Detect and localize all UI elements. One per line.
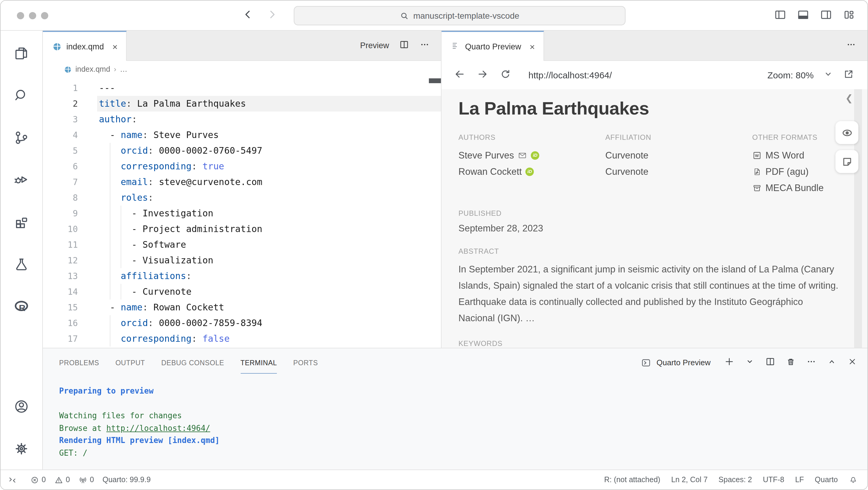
more-actions-icon[interactable]	[419, 39, 430, 52]
code-line[interactable]: 14 - Curvenote	[43, 284, 441, 299]
mail-icon[interactable]	[518, 151, 527, 160]
new-terminal-icon[interactable]	[724, 356, 735, 369]
explorer-icon[interactable]	[13, 32, 30, 74]
toggle-secondary-sidebar-icon[interactable]	[820, 8, 832, 23]
tab-quarto-preview[interactable]: Quarto Preview ×	[441, 31, 544, 61]
terminal-selector[interactable]: Quarto Preview	[641, 357, 711, 368]
affiliation-item: Curvenote	[605, 147, 752, 163]
close-tab-icon[interactable]: ×	[530, 41, 535, 52]
back-icon[interactable]	[454, 68, 466, 82]
zoom-window-icon[interactable]	[41, 12, 48, 19]
testing-icon[interactable]	[13, 243, 30, 285]
traffic-lights[interactable]	[17, 12, 48, 19]
run-debug-icon[interactable]	[13, 159, 30, 201]
indent-guide	[110, 159, 111, 174]
indent-guide	[110, 331, 111, 347]
code-line[interactable]: 8 roles:	[43, 190, 441, 205]
terminal-dropdown-icon[interactable]	[744, 356, 755, 369]
status-r[interactable]: R: (not attached)	[604, 476, 660, 484]
split-editor-icon[interactable]	[399, 39, 409, 52]
refresh-icon[interactable]	[499, 68, 512, 82]
more-actions-icon[interactable]	[806, 356, 817, 369]
status-ln-2-col-7[interactable]: Ln 2, Col 7	[671, 476, 708, 484]
reader-view-button[interactable]	[835, 121, 858, 144]
panel-tab-output[interactable]: OUTPUT	[116, 348, 145, 377]
code-line[interactable]: 16 orcid: 0000-0002-7859-8394	[43, 315, 441, 331]
close-panel-icon[interactable]	[847, 356, 858, 369]
customize-layout-icon[interactable]	[843, 8, 855, 23]
code-line[interactable]: 10 - Project administration	[43, 221, 441, 237]
orcid-icon[interactable]: iD	[531, 151, 539, 159]
code-line[interactable]: 2title: La Palma Earthquakes	[43, 96, 441, 111]
panel-tab-problems[interactable]: PROBLEMS	[59, 348, 99, 377]
chevron-down-icon[interactable]	[822, 68, 834, 82]
zoom-level[interactable]: Zoom: 80%	[768, 70, 814, 80]
kill-terminal-icon[interactable]	[785, 356, 796, 369]
indent-guide	[110, 205, 111, 221]
code-line[interactable]: 17 corresponding: false	[43, 331, 441, 347]
command-center-search[interactable]: manuscript-template-vscode	[294, 6, 625, 25]
editor-scrollbar-thumb[interactable]	[429, 78, 441, 83]
code-editor[interactable]: 1---2title: La Palma Earthquakes3author:…	[43, 78, 441, 348]
code-line[interactable]: 4 - name: Steve Purves	[43, 127, 441, 143]
toggle-primary-sidebar-icon[interactable]	[774, 8, 786, 23]
source-control-icon[interactable]	[13, 116, 30, 159]
panel-tab-terminal[interactable]: TERMINAL	[240, 348, 277, 377]
orcid-icon[interactable]: iD	[525, 167, 534, 176]
more-actions-icon[interactable]	[846, 39, 857, 52]
status-quarto[interactable]: Quarto	[815, 476, 838, 484]
terminal-output[interactable]: Preparing to preview Watching files for …	[43, 377, 867, 469]
status-remote[interactable]	[8, 475, 17, 484]
preview-group: Quarto Preview × http://localhost:4964/	[441, 31, 867, 348]
code-line[interactable]: 12 - Visualization	[43, 253, 441, 268]
history-back-icon[interactable]	[242, 8, 254, 23]
status-broadcast[interactable]: 0	[79, 475, 94, 484]
code-line[interactable]: 6 corresponding: true	[43, 159, 441, 174]
close-tab-icon[interactable]: ×	[113, 41, 118, 52]
authors-heading: AUTHORS	[459, 133, 605, 142]
history-forward-icon[interactable]	[266, 8, 278, 23]
code-line[interactable]: 15 - name: Rowan Cockett	[43, 299, 441, 315]
notes-button[interactable]	[835, 150, 858, 173]
r-lang-icon[interactable]: R	[13, 285, 30, 327]
terminal-link[interactable]: http://localhost:4964/	[106, 424, 210, 433]
status-utf-8[interactable]: UTF-8	[763, 476, 784, 484]
format-link[interactable]: MECA Bundle	[752, 179, 867, 196]
status-quarto[interactable]: Quarto: 99.9.9	[102, 476, 151, 484]
code-line[interactable]: 11 - Software	[43, 237, 441, 253]
code-line[interactable]: 5 orcid: 0000-0002-0760-5497	[43, 143, 441, 159]
settings-gear-icon[interactable]	[13, 427, 30, 469]
line-number: 7	[43, 174, 78, 190]
breadcrumb-more[interactable]: …	[120, 65, 127, 73]
collapse-chevron-icon[interactable]: ❮	[845, 93, 853, 104]
breadcrumb[interactable]: index.qmd › …	[43, 61, 441, 78]
breadcrumb-file[interactable]: index.qmd	[75, 65, 110, 73]
preview-button[interactable]: Preview	[360, 41, 389, 50]
code-line[interactable]: 3author:	[43, 111, 441, 127]
preview-webview[interactable]: ❮ La Palma Earthquakes AUTHORS Steve Pur…	[441, 89, 867, 348]
code-line[interactable]: 7 email: steve@curvenote.com	[43, 174, 441, 190]
close-window-icon[interactable]	[17, 12, 24, 19]
status-bell[interactable]	[849, 475, 858, 484]
status-error[interactable]: 0	[30, 475, 46, 484]
toggle-panel-icon[interactable]	[797, 8, 809, 23]
panel-tab-debug-console[interactable]: DEBUG CONSOLE	[161, 348, 224, 377]
url-field[interactable]: http://localhost:4964/	[528, 70, 612, 80]
status-spaces[interactable]: Spaces: 2	[718, 476, 752, 484]
split-terminal-icon[interactable]	[765, 356, 776, 369]
open-external-icon[interactable]	[843, 68, 855, 82]
forward-icon[interactable]	[476, 68, 489, 82]
minimize-window-icon[interactable]	[29, 12, 36, 19]
code-line[interactable]: 13 affiliations:	[43, 268, 441, 284]
extensions-icon[interactable]	[13, 201, 30, 243]
code-line[interactable]: 9 - Investigation	[43, 205, 441, 221]
maximize-panel-icon[interactable]	[826, 356, 837, 369]
code-line[interactable]: 1---	[43, 80, 441, 96]
status-lf[interactable]: LF	[795, 476, 804, 484]
search-icon[interactable]	[13, 74, 30, 116]
panel-tab-ports[interactable]: PORTS	[293, 348, 318, 377]
line-content: - Investigation	[78, 205, 213, 221]
tab-index-qmd[interactable]: index.qmd ×	[43, 31, 127, 61]
account-icon[interactable]	[13, 385, 30, 427]
status-warning[interactable]: 0	[54, 475, 70, 484]
